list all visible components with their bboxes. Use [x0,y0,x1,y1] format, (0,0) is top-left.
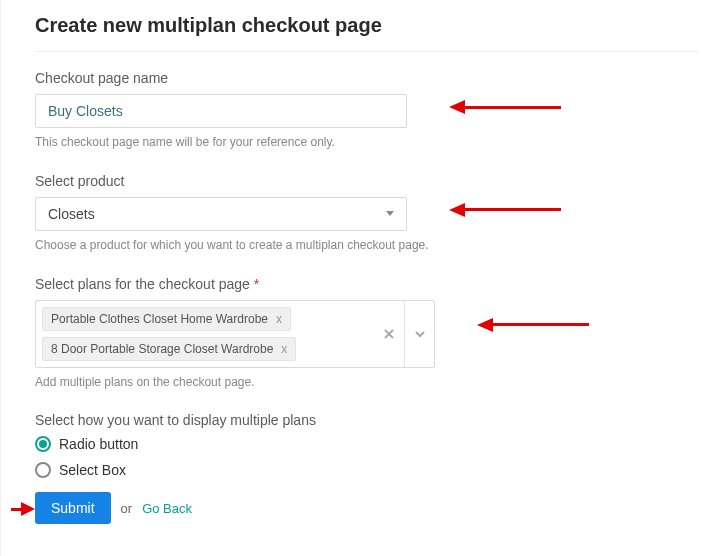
field-display-mode: Select how you want to display multiple … [35,412,698,478]
radio-icon [35,436,51,452]
plans-multiselect[interactable]: Portable Clothes Closet Home Wardrobe x … [35,300,435,368]
plans-dropdown-button[interactable] [404,301,434,367]
chip-remove-icon[interactable]: x [276,312,282,326]
label-display-mode: Select how you want to display multiple … [35,412,698,428]
help-product: Choose a product for which you want to c… [35,237,435,254]
help-plans: Add multiple plans on the checkout page. [35,374,435,391]
annotation-arrow-icon [449,203,561,217]
label-plans-text: Select plans for the checkout page [35,276,250,292]
label-product: Select product [35,173,698,189]
form-actions: Submit or Go Back [35,492,698,524]
plans-clear-button[interactable] [374,301,404,367]
plan-chip-label: Portable Clothes Closet Home Wardrobe [51,312,268,326]
page-title: Create new multiplan checkout page [35,14,698,37]
plan-chip: 8 Door Portable Storage Closet Wardrobe … [42,337,296,361]
checkout-name-input[interactable] [35,94,407,128]
annotation-arrow-icon [449,100,561,114]
product-select[interactable]: Closets [35,197,407,231]
help-checkout-name: This checkout page name will be for your… [35,134,435,151]
radio-option-label: Radio button [59,436,138,452]
or-text: or [121,501,133,516]
plans-controls [374,301,434,367]
plan-chip-label: 8 Door Portable Storage Closet Wardrobe [51,342,273,356]
chevron-down-icon [414,328,426,340]
radio-option-radiobutton[interactable]: Radio button [35,436,698,452]
annotation-arrow-icon [11,502,35,516]
radio-option-selectbox[interactable]: Select Box [35,462,698,478]
submit-button[interactable]: Submit [35,492,111,524]
label-plans: Select plans for the checkout page * [35,276,698,292]
plan-chip: Portable Clothes Closet Home Wardrobe x [42,307,291,331]
field-product: Select product Closets Choose a product … [35,173,698,254]
label-checkout-name: Checkout page name [35,70,698,86]
close-icon [383,328,395,340]
caret-down-icon [386,211,394,216]
checkout-page-form: Create new multiplan checkout page Check… [0,0,726,556]
go-back-link[interactable]: Go Back [142,501,192,516]
annotation-arrow-icon [477,318,589,332]
radio-option-label: Select Box [59,462,126,478]
field-plans: Select plans for the checkout page * Por… [35,276,698,391]
divider [35,51,698,52]
product-select-value: Closets [48,206,95,222]
radio-icon [35,462,51,478]
field-checkout-name: Checkout page name This checkout page na… [35,70,698,151]
required-asterisk-icon: * [254,276,259,292]
chip-remove-icon[interactable]: x [281,342,287,356]
plans-chips: Portable Clothes Closet Home Wardrobe x … [36,301,374,367]
